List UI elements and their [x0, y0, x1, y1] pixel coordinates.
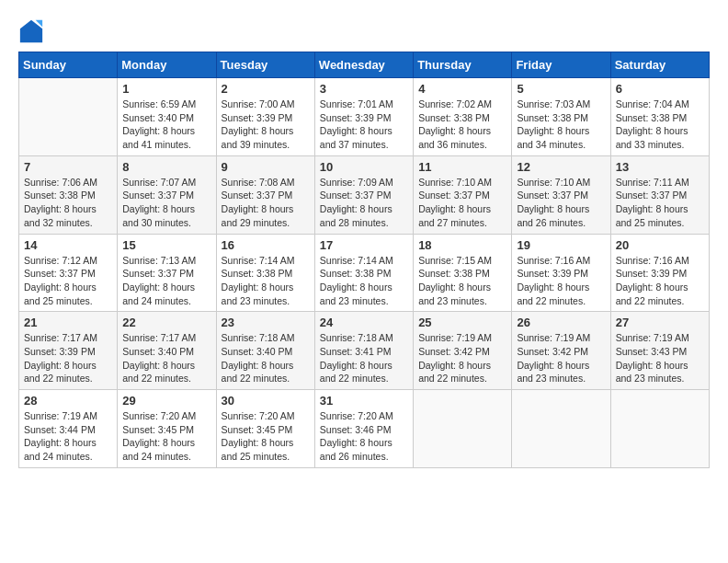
calendar-week-row: 28Sunrise: 7:19 AM Sunset: 3:44 PM Dayli…: [19, 390, 710, 468]
day-number: 14: [24, 238, 112, 252]
day-info: Sunrise: 6:59 AM Sunset: 3:40 PM Dayligh…: [122, 98, 210, 152]
calendar-day-cell: 8Sunrise: 7:07 AM Sunset: 3:37 PM Daylig…: [118, 155, 216, 234]
weekday-header-cell: Friday: [512, 52, 610, 78]
calendar-day-cell: 6Sunrise: 7:04 AM Sunset: 3:38 PM Daylig…: [610, 78, 709, 156]
calendar-day-cell: 23Sunrise: 7:18 AM Sunset: 3:40 PM Dayli…: [216, 312, 314, 390]
day-info: Sunrise: 7:18 AM Sunset: 3:41 PM Dayligh…: [320, 331, 408, 385]
day-info: Sunrise: 7:15 AM Sunset: 3:38 PM Dayligh…: [418, 254, 506, 308]
calendar-week-row: 14Sunrise: 7:12 AM Sunset: 3:37 PM Dayli…: [19, 234, 710, 312]
day-number: 6: [616, 82, 704, 96]
day-info: Sunrise: 7:12 AM Sunset: 3:37 PM Dayligh…: [24, 254, 112, 308]
day-info: Sunrise: 7:20 AM Sunset: 3:45 PM Dayligh…: [122, 409, 210, 464]
calendar-week-row: 21Sunrise: 7:17 AM Sunset: 3:39 PM Dayli…: [19, 312, 710, 390]
page-header: [18, 18, 710, 44]
calendar-body: 1Sunrise: 6:59 AM Sunset: 3:40 PM Daylig…: [19, 78, 710, 468]
day-number: 22: [122, 316, 210, 329]
day-number: 11: [418, 160, 506, 174]
day-info: Sunrise: 7:11 AM Sunset: 3:37 PM Dayligh…: [616, 176, 704, 230]
calendar-table: SundayMondayTuesdayWednesdayThursdayFrid…: [18, 52, 710, 468]
day-info: Sunrise: 7:18 AM Sunset: 3:40 PM Dayligh…: [222, 331, 310, 385]
day-info: Sunrise: 7:00 AM Sunset: 3:39 PM Dayligh…: [222, 98, 310, 152]
day-number: 20: [616, 238, 704, 252]
day-number: 3: [320, 82, 408, 96]
calendar-day-cell: 1Sunrise: 6:59 AM Sunset: 3:40 PM Daylig…: [118, 78, 216, 156]
day-number: 8: [122, 160, 210, 174]
day-number: 23: [222, 316, 310, 329]
day-info: Sunrise: 7:07 AM Sunset: 3:37 PM Dayligh…: [122, 176, 210, 230]
calendar-day-cell: 17Sunrise: 7:14 AM Sunset: 3:38 PM Dayli…: [314, 234, 413, 312]
calendar-day-cell: 28Sunrise: 7:19 AM Sunset: 3:44 PM Dayli…: [19, 390, 118, 468]
day-info: Sunrise: 7:06 AM Sunset: 3:38 PM Dayligh…: [24, 176, 112, 230]
calendar-day-cell: 2Sunrise: 7:00 AM Sunset: 3:39 PM Daylig…: [216, 78, 314, 156]
day-info: Sunrise: 7:20 AM Sunset: 3:45 PM Dayligh…: [222, 409, 310, 464]
day-number: 13: [616, 160, 704, 174]
day-number: 28: [24, 394, 112, 408]
day-info: Sunrise: 7:13 AM Sunset: 3:37 PM Dayligh…: [122, 254, 210, 308]
calendar-day-cell: 14Sunrise: 7:12 AM Sunset: 3:37 PM Dayli…: [19, 234, 118, 312]
day-number: 24: [320, 316, 408, 329]
calendar-day-cell: 20Sunrise: 7:16 AM Sunset: 3:39 PM Dayli…: [610, 234, 709, 312]
day-info: Sunrise: 7:08 AM Sunset: 3:37 PM Dayligh…: [222, 176, 310, 230]
weekday-header-cell: Saturday: [610, 52, 709, 78]
calendar-day-cell: [610, 390, 709, 468]
day-number: 27: [616, 316, 704, 329]
calendar-day-cell: 9Sunrise: 7:08 AM Sunset: 3:37 PM Daylig…: [216, 155, 314, 234]
day-number: 19: [517, 238, 605, 252]
calendar-week-row: 1Sunrise: 6:59 AM Sunset: 3:40 PM Daylig…: [19, 78, 710, 156]
calendar-day-cell: 29Sunrise: 7:20 AM Sunset: 3:45 PM Dayli…: [118, 390, 216, 468]
day-info: Sunrise: 7:16 AM Sunset: 3:39 PM Dayligh…: [517, 254, 605, 308]
day-number: 25: [418, 316, 506, 329]
day-number: 18: [418, 238, 506, 252]
day-info: Sunrise: 7:03 AM Sunset: 3:38 PM Dayligh…: [517, 98, 605, 152]
calendar-day-cell: 30Sunrise: 7:20 AM Sunset: 3:45 PM Dayli…: [216, 390, 314, 468]
weekday-header-cell: Monday: [118, 52, 216, 78]
calendar-day-cell: [414, 390, 512, 468]
weekday-header-row: SundayMondayTuesdayWednesdayThursdayFrid…: [19, 52, 710, 78]
day-number: 9: [222, 160, 310, 174]
day-info: Sunrise: 7:02 AM Sunset: 3:38 PM Dayligh…: [418, 98, 506, 152]
calendar-day-cell: 26Sunrise: 7:19 AM Sunset: 3:42 PM Dayli…: [512, 312, 610, 390]
day-number: 4: [418, 82, 506, 96]
day-info: Sunrise: 7:17 AM Sunset: 3:39 PM Dayligh…: [24, 331, 112, 385]
weekday-header-cell: Tuesday: [216, 52, 314, 78]
day-info: Sunrise: 7:20 AM Sunset: 3:46 PM Dayligh…: [320, 409, 408, 464]
calendar-week-row: 7Sunrise: 7:06 AM Sunset: 3:38 PM Daylig…: [19, 155, 710, 234]
day-number: 30: [222, 394, 310, 408]
calendar-day-cell: 13Sunrise: 7:11 AM Sunset: 3:37 PM Dayli…: [610, 155, 709, 234]
calendar-day-cell: 24Sunrise: 7:18 AM Sunset: 3:41 PM Dayli…: [314, 312, 413, 390]
calendar-day-cell: 10Sunrise: 7:09 AM Sunset: 3:37 PM Dayli…: [314, 155, 413, 234]
day-number: 16: [222, 238, 310, 252]
day-number: 7: [24, 160, 112, 174]
day-info: Sunrise: 7:19 AM Sunset: 3:43 PM Dayligh…: [616, 331, 704, 385]
day-number: 10: [320, 160, 408, 174]
day-number: 21: [24, 316, 112, 329]
calendar-day-cell: 12Sunrise: 7:10 AM Sunset: 3:37 PM Dayli…: [512, 155, 610, 234]
day-info: Sunrise: 7:04 AM Sunset: 3:38 PM Dayligh…: [616, 98, 704, 152]
calendar-day-cell: 19Sunrise: 7:16 AM Sunset: 3:39 PM Dayli…: [512, 234, 610, 312]
logo: [18, 18, 48, 44]
calendar-day-cell: 25Sunrise: 7:19 AM Sunset: 3:42 PM Dayli…: [414, 312, 512, 390]
logo-icon: [18, 18, 44, 44]
day-number: 17: [320, 238, 408, 252]
day-info: Sunrise: 7:16 AM Sunset: 3:39 PM Dayligh…: [616, 254, 704, 308]
calendar-day-cell: 22Sunrise: 7:17 AM Sunset: 3:40 PM Dayli…: [118, 312, 216, 390]
calendar-day-cell: 18Sunrise: 7:15 AM Sunset: 3:38 PM Dayli…: [414, 234, 512, 312]
day-number: 15: [122, 238, 210, 252]
calendar-day-cell: [19, 78, 118, 156]
day-number: 2: [222, 82, 310, 96]
day-info: Sunrise: 7:10 AM Sunset: 3:37 PM Dayligh…: [418, 176, 506, 230]
day-number: 31: [320, 394, 408, 408]
day-info: Sunrise: 7:17 AM Sunset: 3:40 PM Dayligh…: [122, 331, 210, 385]
calendar-day-cell: 5Sunrise: 7:03 AM Sunset: 3:38 PM Daylig…: [512, 78, 610, 156]
day-info: Sunrise: 7:09 AM Sunset: 3:37 PM Dayligh…: [320, 176, 408, 230]
day-info: Sunrise: 7:14 AM Sunset: 3:38 PM Dayligh…: [320, 254, 408, 308]
day-info: Sunrise: 7:14 AM Sunset: 3:38 PM Dayligh…: [222, 254, 310, 308]
weekday-header-cell: Wednesday: [314, 52, 413, 78]
calendar-day-cell: 7Sunrise: 7:06 AM Sunset: 3:38 PM Daylig…: [19, 155, 118, 234]
calendar-day-cell: 21Sunrise: 7:17 AM Sunset: 3:39 PM Dayli…: [19, 312, 118, 390]
weekday-header-cell: Thursday: [414, 52, 512, 78]
calendar-day-cell: 16Sunrise: 7:14 AM Sunset: 3:38 PM Dayli…: [216, 234, 314, 312]
calendar-day-cell: 11Sunrise: 7:10 AM Sunset: 3:37 PM Dayli…: [414, 155, 512, 234]
day-info: Sunrise: 7:01 AM Sunset: 3:39 PM Dayligh…: [320, 98, 408, 152]
calendar-day-cell: 27Sunrise: 7:19 AM Sunset: 3:43 PM Dayli…: [610, 312, 709, 390]
